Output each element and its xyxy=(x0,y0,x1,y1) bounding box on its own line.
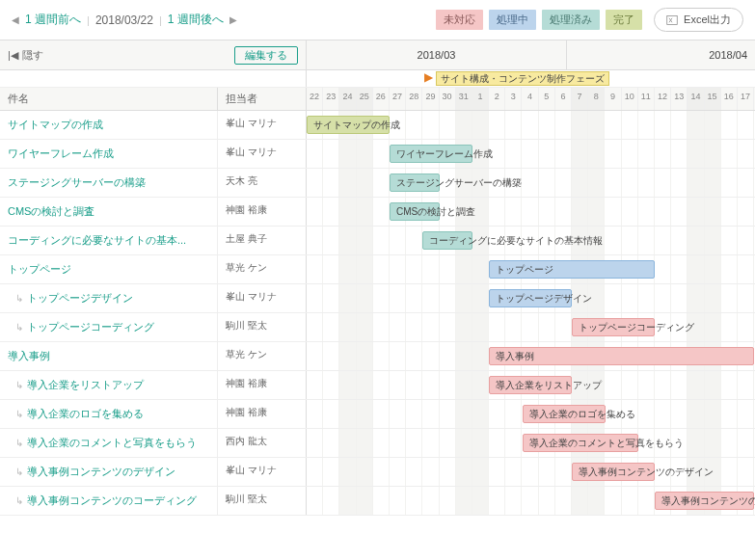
excel-export-button[interactable]: Excel出力 xyxy=(654,8,743,32)
day-cell: 14 xyxy=(688,88,704,110)
hide-label: 隠す xyxy=(22,48,43,63)
day-cell: 30 xyxy=(440,88,456,110)
day-cell: 16 xyxy=(721,88,738,110)
day-cell: 6 xyxy=(555,88,572,110)
day-cell: 13 xyxy=(671,88,688,110)
prev-week-link[interactable]: 1 週間前へ xyxy=(25,12,81,28)
gantt-bar[interactable]: ステージングサーバーの構築 xyxy=(390,173,440,192)
gantt-bar[interactable]: 導入事例コンテンツの xyxy=(655,492,754,510)
task-assignee: 駒川 堅太 xyxy=(218,487,307,515)
task-timeline: 導入企業をリストアップ xyxy=(307,371,755,399)
task-name-link[interactable]: トップページ xyxy=(0,255,218,283)
current-date: 2018/03/22 xyxy=(95,13,153,27)
gantt-bar[interactable]: コーディングに必要なサイトの基本情報 xyxy=(422,231,472,250)
task-timeline: 導入企業のロゴを集める xyxy=(307,400,755,428)
edit-button[interactable]: 編集する xyxy=(234,46,298,65)
prev-arrow-icon[interactable]: ◀ xyxy=(12,14,19,25)
task-timeline: コーディングに必要なサイトの基本情報 xyxy=(307,227,755,254)
task-name-link[interactable]: ↳トップページデザイン xyxy=(0,284,218,312)
task-name-link[interactable]: ↳導入企業をリストアップ xyxy=(0,371,218,399)
task-name-link[interactable]: ↳トップページコーディング xyxy=(0,313,218,341)
hide-columns-button[interactable]: |◀ 隠す xyxy=(8,48,43,63)
day-cell: 9 xyxy=(605,88,621,110)
gantt-bar[interactable]: 導入企業のコメントと写真をもらう xyxy=(523,434,638,452)
task-assignee: 土屋 典子 xyxy=(218,227,307,254)
task-row: トップページ草光 ケントップページ xyxy=(0,255,755,284)
child-arrow-icon: ↳ xyxy=(15,438,23,448)
task-row: ↳トップページコーディング駒川 堅太トップページコーディング xyxy=(0,313,755,342)
day-cell: 26 xyxy=(373,88,390,110)
phase-flag-icon: ▶ xyxy=(424,70,433,84)
task-row: ↳導入企業をリストアップ神園 裕康導入企業をリストアップ xyxy=(0,371,755,400)
status-done[interactable]: 完了 xyxy=(606,10,642,30)
task-assignee: 峯山 マリナ xyxy=(218,284,307,312)
status-processing[interactable]: 処理中 xyxy=(489,10,536,30)
day-cell: 2 xyxy=(489,88,505,110)
gantt-bar[interactable]: 導入企業のロゴを集める xyxy=(523,405,606,423)
task-name-link[interactable]: サイトマップの作成 xyxy=(0,111,218,139)
gantt-bar[interactable]: 導入事例 xyxy=(489,347,754,365)
task-assignee: 峯山 マリナ xyxy=(218,140,307,168)
gantt-bar[interactable]: トップページ xyxy=(489,260,655,279)
task-assignee: 駒川 堅太 xyxy=(218,313,307,341)
child-arrow-icon: ↳ xyxy=(15,293,23,304)
task-assignee: 草光 ケン xyxy=(218,342,307,370)
phase-bar[interactable]: サイト構成・コンテンツ制作フェーズ xyxy=(436,71,609,86)
day-cell: 11 xyxy=(638,88,655,110)
task-name-link[interactable]: ↳導入事例コンテンツのデザイン xyxy=(0,458,218,486)
gantt-bar[interactable]: サイトマップの作成 xyxy=(307,116,390,134)
next-arrow-icon[interactable]: ▶ xyxy=(229,14,237,25)
task-timeline: ワイヤーフレーム作成 xyxy=(307,140,755,168)
day-cell: 3 xyxy=(505,88,522,110)
task-name-link[interactable]: 導入事例 xyxy=(0,342,218,370)
excel-label: Excel出力 xyxy=(684,13,731,27)
gantt-bar[interactable]: 導入事例コンテンツのデザイン xyxy=(572,463,655,481)
task-row: ステージングサーバーの構築天木 亮ステージングサーバーの構築 xyxy=(0,169,755,198)
gantt-bar[interactable]: 導入企業をリストアップ xyxy=(489,376,572,394)
day-cell: 12 xyxy=(655,88,671,110)
day-cell: 29 xyxy=(422,88,439,110)
task-row: ↳導入企業のロゴを集める神園 裕康導入企業のロゴを集める xyxy=(0,400,755,429)
task-row: コーディングに必要なサイトの基本...土屋 典子コーディングに必要なサイトの基本… xyxy=(0,227,755,255)
day-cell: 24 xyxy=(339,88,356,110)
column-header: 件名 担当者 222324252627282930311234567891011… xyxy=(0,88,755,111)
task-assignee: 神園 裕康 xyxy=(218,400,307,428)
task-assignee: 天木 亮 xyxy=(218,169,307,197)
task-timeline: サイトマップの作成 xyxy=(307,111,755,139)
day-cell: 28 xyxy=(406,88,422,110)
child-arrow-icon: ↳ xyxy=(15,409,23,419)
task-timeline: 導入企業のコメントと写真をもらう xyxy=(307,429,755,457)
task-name-link[interactable]: ↳導入企業のロゴを集める xyxy=(0,400,218,428)
day-cell: 23 xyxy=(323,88,339,110)
task-row: ↳トップページデザイン峯山 マリナトップページデザイン xyxy=(0,284,755,313)
gantt-bar[interactable]: トップページデザイン xyxy=(489,289,572,307)
gantt-bar[interactable]: トップページコーディング xyxy=(572,318,655,336)
task-assignee: 峯山 マリナ xyxy=(218,458,307,486)
status-processed[interactable]: 処理済み xyxy=(542,10,600,30)
next-week-link[interactable]: 1 週間後へ xyxy=(168,12,224,28)
col-assignee-header: 担当者 xyxy=(218,88,307,110)
task-name-link[interactable]: ↳導入企業のコメントと写真をもらう xyxy=(0,429,218,457)
day-cell: 22 xyxy=(307,88,323,110)
task-row: ↳導入事例コンテンツのコーディング駒川 堅太導入事例コンテンツの xyxy=(0,487,755,516)
day-cell: 5 xyxy=(539,88,555,110)
task-name-link[interactable]: ↳導入事例コンテンツのコーディング xyxy=(0,487,218,515)
day-cell: 31 xyxy=(456,88,472,110)
task-timeline: トップページコーディング xyxy=(307,313,755,341)
gantt-bar[interactable]: ワイヤーフレーム作成 xyxy=(390,145,472,163)
gantt-bar[interactable]: CMSの検討と調査 xyxy=(390,202,440,221)
task-name-link[interactable]: コーディングに必要なサイトの基本... xyxy=(0,227,218,254)
task-row: ワイヤーフレーム作成峯山 マリナワイヤーフレーム作成 xyxy=(0,140,755,169)
task-name-link[interactable]: CMSの検討と調査 xyxy=(0,198,218,226)
task-timeline: 導入事例コンテンツのデザイン xyxy=(307,458,755,486)
task-timeline: 導入事例コンテンツの xyxy=(307,487,755,515)
task-name-link[interactable]: ワイヤーフレーム作成 xyxy=(0,140,218,168)
day-cell: 4 xyxy=(522,88,538,110)
day-cell: 10 xyxy=(622,88,638,110)
task-row: サイトマップの作成峯山 マリナサイトマップの作成 xyxy=(0,111,755,140)
month-header: |◀ 隠す 編集する 2018/03 2018/04 xyxy=(0,40,755,70)
status-unhandled[interactable]: 未対応 xyxy=(436,10,483,30)
task-name-link[interactable]: ステージングサーバーの構築 xyxy=(0,169,218,197)
phase-row: ▶ サイト構成・コンテンツ制作フェーズ xyxy=(0,70,755,88)
task-row: ↳導入事例コンテンツのデザイン峯山 マリナ導入事例コンテンツのデザイン xyxy=(0,458,755,487)
